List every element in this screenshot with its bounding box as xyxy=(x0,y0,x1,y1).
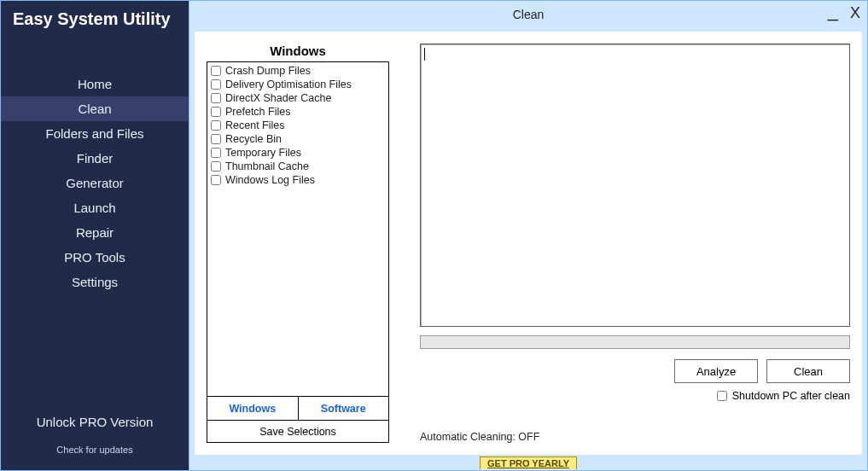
list-item[interactable]: Crash Dump Files xyxy=(207,64,388,78)
list-item-checkbox[interactable] xyxy=(211,148,221,158)
sidebar: Easy System Utility HomeCleanFolders and… xyxy=(1,1,189,470)
list-item[interactable]: Recent Files xyxy=(207,119,388,132)
titlebar: Clean _ X xyxy=(189,1,867,28)
list-item-label: Temporary Files xyxy=(225,147,301,159)
list-item-checkbox[interactable] xyxy=(211,93,221,103)
check-updates-link[interactable]: Check for updates xyxy=(1,434,189,455)
sidebar-item-home[interactable]: Home xyxy=(1,72,189,96)
list-item-label: Recent Files xyxy=(225,119,284,131)
shutdown-row: Shutdown PC after clean xyxy=(420,390,850,402)
list-item-checkbox[interactable] xyxy=(211,161,221,172)
list-item[interactable]: Recycle Bin xyxy=(207,132,388,146)
app-title: Easy System Utility xyxy=(1,1,189,38)
tab-windows[interactable]: Windows xyxy=(207,397,298,420)
app-window: Easy System Utility HomeCleanFolders and… xyxy=(0,0,868,471)
save-selections-button[interactable]: Save Selections xyxy=(207,421,389,443)
auto-cleaning-status: Automatic Cleaning: OFF xyxy=(420,431,539,443)
list-item-label: Thumbnail Cache xyxy=(225,160,309,172)
shutdown-checkbox[interactable] xyxy=(717,391,727,401)
list-item[interactable]: Temporary Files xyxy=(207,146,388,160)
shutdown-label: Shutdown PC after clean xyxy=(732,390,850,402)
list-item-label: Prefetch Files xyxy=(225,106,290,118)
list-item-label: Windows Log Files xyxy=(225,174,315,186)
minimize-icon[interactable]: _ xyxy=(828,7,838,15)
list-item-checkbox[interactable] xyxy=(211,120,221,131)
page-title: Clean xyxy=(513,8,545,21)
list-item-checkbox[interactable] xyxy=(211,79,221,90)
sidebar-item-pro-tools[interactable]: PRO Tools xyxy=(1,245,189,270)
analyze-button[interactable]: Analyze xyxy=(674,359,758,383)
category-header: Windows xyxy=(207,44,389,61)
output-textarea[interactable] xyxy=(420,44,850,327)
list-item[interactable]: Thumbnail Cache xyxy=(207,160,388,173)
text-caret-icon xyxy=(424,48,425,61)
list-item-label: Crash Dump Files xyxy=(225,65,311,77)
content: Windows Crash Dump FilesDelivery Optimis… xyxy=(195,32,862,455)
list-item-label: Delivery Optimisation Files xyxy=(225,78,352,90)
tab-software[interactable]: Software xyxy=(298,397,389,420)
category-panel: Windows Crash Dump FilesDelivery Optimis… xyxy=(207,44,389,443)
list-item[interactable]: Windows Log Files xyxy=(207,173,388,187)
cleanup-item-list[interactable]: Crash Dump FilesDelivery Optimisation Fi… xyxy=(207,61,389,397)
window-controls: _ X xyxy=(828,4,860,22)
list-item-label: Recycle Bin xyxy=(225,133,282,145)
sidebar-item-settings[interactable]: Settings xyxy=(1,270,189,294)
list-item-checkbox[interactable] xyxy=(211,175,221,185)
list-item[interactable]: Delivery Optimisation Files xyxy=(207,78,388,91)
sidebar-item-repair[interactable]: Repair xyxy=(1,220,189,245)
get-pro-banner[interactable]: GET PRO YEARLY xyxy=(480,456,577,469)
results-panel: Analyze Clean Shutdown PC after clean Au… xyxy=(389,32,862,455)
progress-bar xyxy=(420,335,850,349)
sidebar-bottom: Unlock PRO Version Check for updates xyxy=(1,410,189,470)
close-icon[interactable]: X xyxy=(850,4,860,22)
sidebar-nav: HomeCleanFolders and FilesFinderGenerato… xyxy=(1,72,189,294)
unlock-pro-link[interactable]: Unlock PRO Version xyxy=(1,410,189,434)
list-item[interactable]: Prefetch Files xyxy=(207,105,388,119)
category-tabbar: WindowsSoftware xyxy=(207,397,389,421)
list-item-checkbox[interactable] xyxy=(211,134,221,144)
list-item-checkbox[interactable] xyxy=(211,66,221,76)
list-item[interactable]: DirectX Shader Cache xyxy=(207,91,388,105)
main-area: Clean _ X Windows Crash Dump FilesDelive… xyxy=(189,1,867,470)
list-item-label: DirectX Shader Cache xyxy=(225,92,331,104)
sidebar-item-generator[interactable]: Generator xyxy=(1,171,189,195)
clean-button[interactable]: Clean xyxy=(766,359,850,383)
sidebar-item-clean[interactable]: Clean xyxy=(1,96,189,121)
list-item-checkbox[interactable] xyxy=(211,107,221,117)
action-row: Analyze Clean xyxy=(420,359,850,383)
sidebar-item-folders-and-files[interactable]: Folders and Files xyxy=(1,121,189,146)
sidebar-item-finder[interactable]: Finder xyxy=(1,146,189,171)
sidebar-item-launch[interactable]: Launch xyxy=(1,195,189,220)
